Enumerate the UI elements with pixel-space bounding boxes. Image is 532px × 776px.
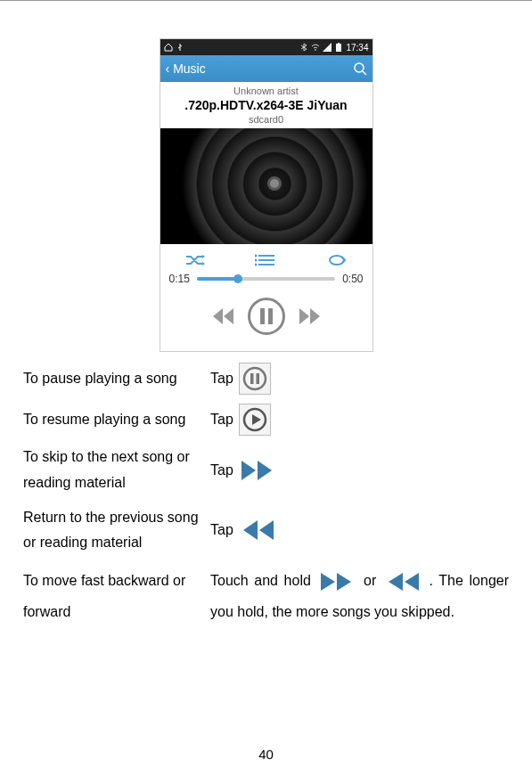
page-number: 40 (0, 747, 532, 762)
screenshot-container: 17:34 ‹ Music Unknown artist .720p.HDTV.… (0, 1, 532, 352)
title-bar-left[interactable]: ‹ Music (166, 61, 206, 76)
instr-prev-action: Tap (210, 518, 509, 543)
phone-screenshot: 17:34 ‹ Music Unknown artist .720p.HDTV.… (160, 38, 373, 352)
seek-text-1: Touch and hold (210, 573, 316, 588)
svg-point-11 (244, 368, 266, 389)
instr-pause-action: Tap (210, 363, 509, 395)
next-icon (239, 458, 276, 483)
title-bar: ‹ Music (160, 55, 372, 82)
home-icon (164, 43, 173, 52)
prev-icon-inline (385, 572, 421, 592)
wifi-icon (311, 43, 320, 52)
instr-resume-action: Tap (210, 404, 509, 436)
mode-row (160, 244, 372, 273)
back-icon[interactable]: ‹ (166, 61, 170, 76)
shuffle-icon[interactable] (184, 253, 206, 267)
svg-point-0 (315, 49, 317, 51)
svg-line-4 (363, 71, 366, 75)
album-art (160, 128, 372, 244)
svg-rect-2 (338, 43, 340, 44)
instr-pause-label: To pause playing a song (23, 366, 210, 392)
artist-label: Unknown artist (160, 82, 372, 98)
pause-icon (260, 308, 273, 324)
progress-bar[interactable] (197, 277, 335, 281)
previous-button[interactable] (212, 306, 235, 326)
playback-controls (160, 285, 372, 351)
title-bar-title: Music (173, 61, 206, 76)
instr-resume-label: To resume playing a song (23, 407, 210, 433)
seek-text-2: or (364, 573, 382, 588)
search-icon[interactable] (353, 61, 367, 76)
instr-next-label: To skip to the next song or reading mate… (23, 445, 210, 496)
instr-seek-row: To move fast backward or forward Touch a… (23, 565, 509, 627)
battery-icon (334, 43, 343, 52)
tap-label: Tap (210, 371, 233, 387)
svg-rect-1 (336, 44, 341, 52)
next-button[interactable] (298, 306, 321, 326)
progress-row: 0:15 0:50 (160, 273, 372, 285)
usb-icon (176, 43, 184, 52)
instr-seek-text: Touch and hold or . The longer you hold,… (210, 565, 509, 627)
track-title: .720p.HDTV.x264-3E JiYuan (160, 98, 372, 114)
page: 17:34 ‹ Music Unknown artist .720p.HDTV.… (0, 0, 532, 776)
instr-next-row: To skip to the next song or reading mate… (23, 445, 509, 496)
prev-icon (239, 518, 276, 543)
play-icon-button (239, 404, 271, 436)
instr-resume-row: To resume playing a song Tap (23, 404, 509, 436)
bluetooth-icon (299, 43, 308, 52)
svg-point-8 (255, 255, 258, 257)
svg-rect-12 (250, 373, 254, 384)
storage-label: sdcard0 (160, 114, 372, 128)
status-bar: 17:34 (160, 39, 372, 55)
elapsed-time: 0:15 (169, 273, 190, 285)
total-time: 0:50 (342, 273, 363, 285)
instr-pause-row: To pause playing a song Tap (23, 363, 509, 395)
repeat-icon[interactable] (326, 253, 348, 267)
pause-button[interactable] (248, 298, 285, 335)
instr-prev-row: Return to the previous song or reading m… (23, 505, 509, 557)
instr-next-action: Tap (210, 458, 509, 483)
progress-fill (197, 277, 239, 281)
instr-seek-label: To move fast backward or forward (23, 565, 210, 627)
progress-thumb[interactable] (233, 274, 242, 283)
svg-point-9 (255, 259, 258, 262)
next-icon-inline (319, 572, 355, 592)
instr-prev-label: Return to the previous song or reading m… (23, 505, 210, 557)
pause-icon-button (239, 363, 271, 395)
tap-label: Tap (210, 462, 233, 478)
tap-label: Tap (210, 412, 233, 428)
svg-rect-13 (256, 373, 259, 384)
tap-label: Tap (210, 522, 233, 538)
playlist-icon[interactable] (255, 253, 276, 267)
status-left (164, 43, 184, 52)
signal-icon (323, 43, 331, 52)
svg-point-10 (255, 264, 258, 266)
status-right: 17:34 (299, 43, 368, 53)
svg-point-3 (355, 63, 364, 72)
status-time: 17:34 (346, 43, 368, 53)
instructions: To pause playing a song Tap To resume pl… (0, 352, 532, 628)
